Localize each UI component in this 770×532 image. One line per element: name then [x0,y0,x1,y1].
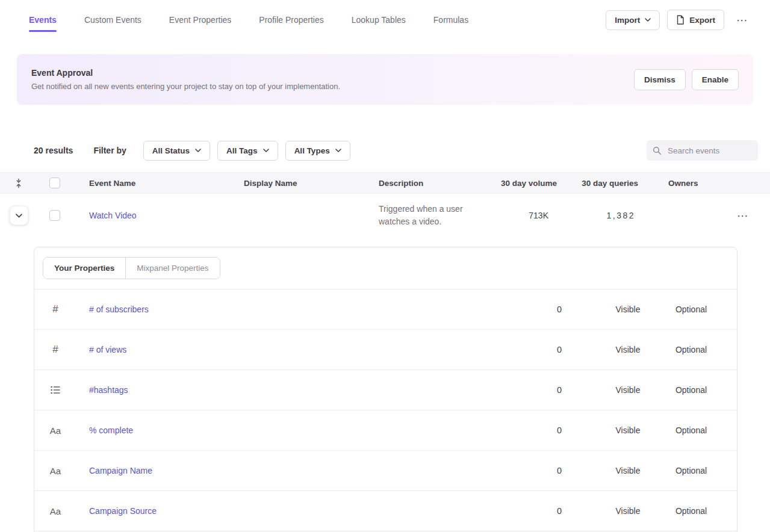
dismiss-button[interactable]: Dismiss [634,69,686,90]
tab-custom-events[interactable]: Custom Events [84,0,141,40]
property-count: 0 [526,506,598,516]
property-count: 0 [526,305,598,314]
table-header: Event Name Display Name Description 30 d… [0,172,770,194]
event-name-link[interactable]: Watch Video [89,211,137,220]
types-filter-dropdown[interactable]: All Types [285,141,350,161]
property-count: 0 [526,385,598,395]
tab-events[interactable]: Events [29,0,57,40]
text-type-icon: Aa [50,506,61,516]
property-visibility[interactable]: Visible [598,345,658,354]
property-link[interactable]: Campaign Source [89,506,157,516]
column-header-event-name[interactable]: Event Name [64,179,228,188]
property-visibility[interactable]: Visible [598,385,658,395]
import-button-label: Import [615,16,640,25]
property-link[interactable]: # of views [89,345,126,354]
search-icon [653,146,662,155]
export-file-icon [676,15,685,25]
property-link[interactable]: #hashtags [89,385,128,395]
property-requirement[interactable]: Optional [658,466,724,475]
filter-bar: 20 results Filter by All Status All Tags… [34,140,758,161]
status-filter-dropdown[interactable]: All Status [143,141,210,161]
property-requirement[interactable]: Optional [658,425,724,435]
collapse-row-button[interactable] [10,206,28,225]
properties-tab-group: Your Properties Mixpanel Properties [43,257,220,279]
search-input[interactable] [666,146,752,156]
event-volume: 713K [494,211,557,220]
property-row: Aa Campaign Source 0 Visible Optional [34,491,737,531]
status-filter-label: All Status [152,146,190,155]
property-count: 0 [526,466,598,475]
nav-tabs: Events Custom Events Event Properties Pr… [17,0,468,40]
column-header-owners[interactable]: Owners [638,179,716,188]
property-visibility[interactable]: Visible [598,425,658,435]
property-requirement[interactable]: Optional [658,506,724,516]
event-table-row: Watch Video Triggered when a user watche… [0,194,770,237]
property-visibility[interactable]: Visible [598,466,658,475]
chevron-down-icon [16,214,22,218]
list-type-icon [51,386,60,394]
number-type-icon: # [52,303,58,315]
property-count: 0 [526,345,598,354]
property-link[interactable]: # of subscribers [89,305,149,314]
property-row: # # of views 0 Visible Optional [34,330,737,370]
enable-button[interactable]: Enable [692,69,739,90]
column-header-queries[interactable]: 30 day queries [557,179,638,188]
text-type-icon: Aa [50,466,61,476]
panel-header: Your Properties Mixpanel Properties [34,247,737,289]
more-options-button[interactable]: ⋯ [731,11,753,29]
banner-actions: Dismiss Enable [634,69,739,90]
text-type-icon: Aa [50,425,61,436]
chevron-down-icon [195,149,201,152]
tab-profile-properties[interactable]: Profile Properties [259,0,323,40]
property-row: #hashtags 0 Visible Optional [34,370,737,410]
filter-by-label: Filter by [93,146,126,155]
select-all-checkbox[interactable] [49,178,60,188]
import-button[interactable]: Import [606,10,660,30]
banner-subtitle: Get notified on all new events entering … [31,82,340,91]
event-properties-panel: Your Properties Mixpanel Properties # # … [34,247,737,532]
tags-filter-label: All Tags [226,146,258,155]
filter-dropdowns: All Status All Tags All Types [143,141,350,161]
collapse-rows-icon[interactable] [15,178,22,188]
event-approval-banner: Event Approval Get notified on all new e… [17,54,753,105]
tab-mixpanel-properties[interactable]: Mixpanel Properties [126,258,219,279]
property-link[interactable]: % complete [89,425,133,435]
top-navigation: Events Custom Events Event Properties Pr… [0,0,770,40]
property-visibility[interactable]: Visible [598,506,658,516]
banner-title: Event Approval [31,68,340,78]
property-row: # # of subscribers 0 Visible Optional [34,289,737,330]
property-requirement[interactable]: Optional [658,385,724,395]
chevron-down-icon [335,149,341,152]
ellipsis-icon: ⋯ [736,14,748,26]
property-link[interactable]: Campaign Name [89,466,152,475]
search-box [647,140,758,161]
property-count: 0 [526,425,598,435]
event-description: Triggered when a user watches a video. [379,204,463,226]
tab-formulas[interactable]: Formulas [433,0,468,40]
column-header-description[interactable]: Description [363,179,494,188]
number-type-icon: # [52,344,58,356]
tags-filter-dropdown[interactable]: All Tags [217,141,278,161]
results-count: 20 results [34,146,73,155]
tab-your-properties[interactable]: Your Properties [43,258,126,279]
property-row: Aa % complete 0 Visible Optional [34,410,737,451]
ellipsis-icon: ⋯ [737,209,749,222]
tab-lookup-tables[interactable]: Lookup Tables [352,0,406,40]
property-requirement[interactable]: Optional [658,345,724,354]
chevron-down-icon [645,18,651,22]
banner-text: Event Approval Get notified on all new e… [31,68,340,91]
row-actions-button[interactable]: ⋯ [732,206,754,225]
property-visibility[interactable]: Visible [598,305,658,314]
export-button-label: Export [689,16,715,25]
property-requirement[interactable]: Optional [658,305,724,314]
event-queries: 1,382 [557,211,638,220]
property-row: Aa Campaign Name 0 Visible Optional [34,451,737,491]
chevron-down-icon [263,149,269,152]
column-header-display-name[interactable]: Display Name [228,179,363,188]
export-button[interactable]: Export [667,10,724,30]
row-checkbox[interactable] [49,210,60,221]
tab-event-properties[interactable]: Event Properties [169,0,232,40]
column-header-volume[interactable]: 30 day volume [494,179,557,188]
nav-actions: Import Export ⋯ [606,10,753,30]
types-filter-label: All Types [294,146,330,155]
